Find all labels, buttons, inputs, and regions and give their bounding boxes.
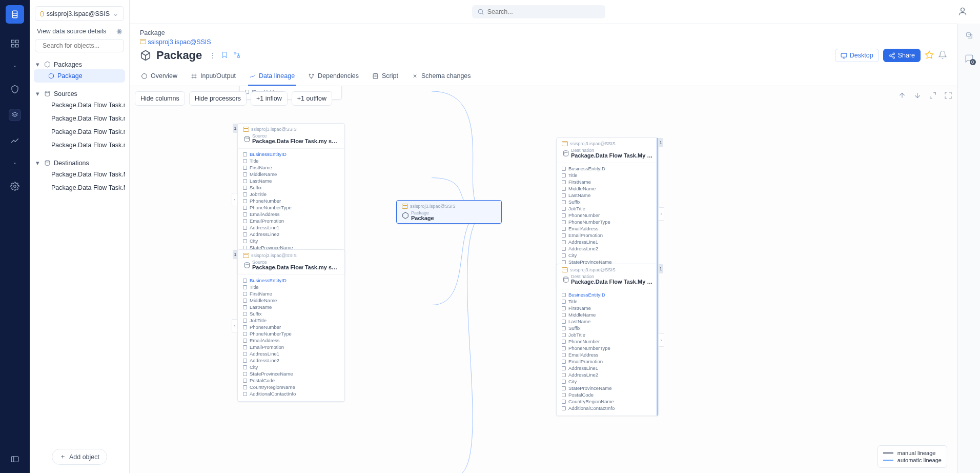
column-row[interactable]: City (243, 238, 339, 244)
column-row[interactable]: JobTitle (562, 205, 653, 212)
lineage-node-package[interactable]: ssisproj3.ispac@SSIS Package Package (396, 200, 502, 224)
column-row[interactable]: MiddleName (243, 171, 339, 178)
outflow-button[interactable]: +1 outflow (292, 91, 332, 106)
breadcrumb-link[interactable]: ssisproj3.ispac@SSIS (140, 38, 947, 46)
datasource-selector[interactable]: ssisproj3.ispac@SSIS ⌄ (35, 6, 124, 21)
column-row[interactable]: Title (562, 172, 653, 179)
global-search-input[interactable] (487, 8, 600, 15)
column-row[interactable]: CountryRegionName (562, 398, 653, 405)
tab-lineage[interactable]: Data lineage (248, 67, 296, 86)
tab-script[interactable]: Script (371, 67, 399, 86)
nav-shield-icon[interactable] (9, 84, 21, 95)
column-row[interactable]: PhoneNumberType (562, 345, 653, 351)
global-search[interactable] (472, 5, 605, 18)
node-expand-left[interactable]: ‹ (232, 193, 238, 206)
detach-icon[interactable] (965, 31, 974, 42)
hide-processors-button[interactable]: Hide processors (189, 91, 247, 106)
column-row[interactable]: AddressLine1 (562, 365, 653, 371)
column-row[interactable]: EmailPromotion (562, 358, 653, 365)
sidebar-search-input[interactable] (43, 42, 123, 49)
column-row[interactable]: BusinessEntityID (562, 291, 653, 298)
column-row[interactable]: AddressLine1 (243, 350, 339, 357)
tree-item-source[interactable]: Package.Data Flow Task.m... (34, 98, 125, 112)
column-row[interactable]: PhoneNumber (243, 324, 339, 330)
column-row[interactable]: PhoneNumberType (243, 330, 339, 337)
tab-dependencies[interactable]: Dependencies (307, 67, 360, 86)
inflow-button[interactable]: +1 inflow (251, 91, 288, 106)
column-row[interactable]: BusinessEntityID (243, 277, 339, 284)
upload-icon[interactable] (898, 91, 906, 101)
node-expand-right[interactable]: › (658, 333, 664, 347)
column-row[interactable]: City (243, 364, 339, 370)
column-row[interactable]: AddressLine1 (243, 224, 339, 231)
column-row[interactable]: StateProvinceName (562, 385, 653, 391)
column-row[interactable]: BusinessEntityID (562, 165, 653, 172)
fullscreen-icon[interactable] (944, 91, 952, 101)
column-row[interactable]: Suffix (562, 325, 653, 331)
nav-collapse-icon[interactable] (9, 454, 21, 465)
nav-chart-icon[interactable] (9, 135, 21, 146)
node-expand-left[interactable]: ‹ (232, 319, 238, 332)
column-row[interactable]: PhoneNumber (562, 338, 653, 345)
column-row[interactable]: PhoneNumber (562, 212, 653, 219)
share-button[interactable]: Share (883, 49, 921, 62)
column-row[interactable]: EmailAddress (243, 211, 339, 218)
column-row[interactable]: CountryRegionName (243, 384, 339, 390)
column-row[interactable]: LastName (562, 192, 653, 199)
tree-group-sources[interactable]: ▾Sources (34, 89, 125, 98)
add-object-button[interactable]: ＋ Add object (52, 449, 107, 465)
view-datasource-details[interactable]: View data source details ◉ (33, 23, 126, 37)
column-row[interactable]: AdditionalContactInfo (562, 405, 653, 411)
lineage-canvas[interactable]: Hide columns Hide processors +1 inflow +… (130, 86, 957, 473)
column-row[interactable]: AddressLine2 (562, 245, 653, 252)
column-row[interactable]: PhoneNumberType (562, 219, 653, 225)
column-row[interactable]: FirstName (562, 179, 653, 185)
column-row[interactable]: PostalCode (562, 391, 653, 398)
column-row[interactable]: EmailAddress (562, 351, 653, 358)
column-row[interactable]: Suffix (562, 199, 653, 205)
app-logo[interactable] (6, 5, 24, 24)
tab-overview[interactable]: Overview (140, 67, 178, 86)
column-row[interactable]: EmailAddress (243, 337, 339, 344)
column-row[interactable]: AddressLine2 (562, 371, 653, 378)
column-row[interactable]: JobTitle (243, 317, 339, 324)
column-row[interactable]: LastName (243, 304, 339, 310)
column-row[interactable]: AddressLine2 (243, 357, 339, 364)
column-row[interactable]: BusinessEntityID (243, 151, 339, 157)
column-row[interactable]: Suffix (243, 184, 339, 191)
bell-icon[interactable] (938, 50, 947, 61)
lineage-node-source3[interactable]: 1 ‹ ssisproj3.ispac@SSIS Source Package.… (237, 249, 345, 402)
column-row[interactable]: EmailPromotion (562, 232, 653, 239)
lineage-node-dest2[interactable]: 1 › ssisproj3.ispac@SSIS Destination Pac… (556, 264, 659, 416)
user-menu-icon[interactable] (957, 6, 968, 18)
desktop-button[interactable]: Desktop (835, 49, 879, 62)
column-row[interactable]: PhoneNumber (243, 198, 339, 204)
column-row[interactable]: JobTitle (243, 191, 339, 198)
column-row[interactable]: LastName (562, 318, 653, 325)
column-row[interactable]: City (562, 252, 653, 259)
nav-gear-icon[interactable] (9, 181, 21, 192)
column-row[interactable]: Title (243, 157, 339, 164)
column-row[interactable]: Title (243, 284, 339, 290)
tree-item-destination[interactable]: Package.Data Flow Task.M... (34, 181, 125, 194)
column-row[interactable]: FirstName (562, 305, 653, 311)
column-row[interactable]: EmailAddress (562, 225, 653, 232)
column-row[interactable]: AddressLine1 (562, 239, 653, 245)
expand-icon[interactable] (929, 91, 937, 101)
nav-layers-icon[interactable] (9, 109, 21, 121)
column-row[interactable]: FirstName (243, 164, 339, 171)
node-expand-right[interactable]: › (658, 207, 664, 221)
column-row[interactable]: EmailPromotion (243, 218, 339, 224)
flow-icon[interactable] (233, 51, 240, 60)
column-row[interactable]: Title (562, 298, 653, 305)
tab-io[interactable]: Input/Output (190, 67, 237, 86)
column-row[interactable]: Suffix (243, 310, 339, 317)
sidebar-search[interactable] (35, 39, 124, 52)
tree-group-destinations[interactable]: ▾Destinations (34, 158, 125, 168)
column-row[interactable]: MiddleName (562, 311, 653, 318)
column-row[interactable]: City (562, 378, 653, 385)
nav-grid-icon[interactable] (9, 38, 21, 49)
column-row[interactable]: MiddleName (243, 297, 339, 304)
hide-columns-button[interactable]: Hide columns (135, 91, 185, 106)
tree-item-package[interactable]: Package (34, 69, 125, 83)
